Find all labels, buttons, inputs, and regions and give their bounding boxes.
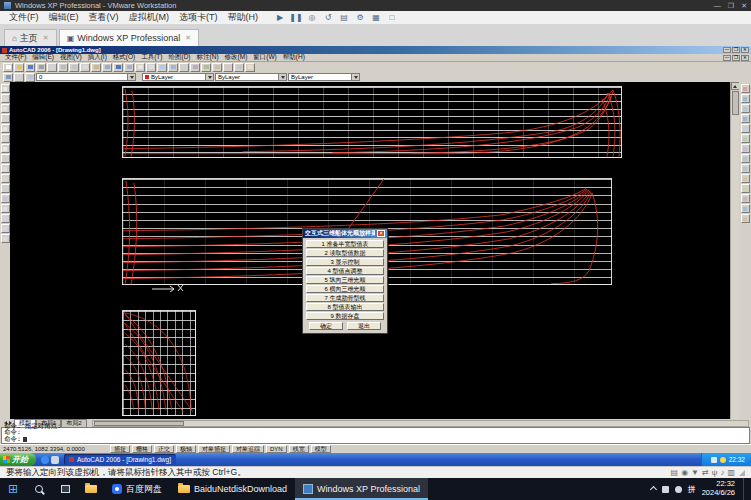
status-toggle[interactable]: 对象追踪 <box>232 445 264 453</box>
polygon-icon[interactable] <box>1 114 10 123</box>
autocad-menu-item[interactable]: 视图(V) <box>57 53 85 62</box>
vmware-menu-item[interactable]: 虚拟机(M) <box>124 11 175 24</box>
taskbar-app-vmware[interactable]: Windows XP Professional <box>295 478 428 500</box>
offset-icon[interactable] <box>741 114 750 123</box>
properties-icon[interactable] <box>179 63 189 72</box>
tab-xp[interactable]: ▣ Windows XP Professional ✕ <box>59 29 199 46</box>
tray-icon[interactable] <box>675 486 682 493</box>
chevron-down-icon[interactable] <box>278 74 286 80</box>
hidden-icons-chevron-icon[interactable] <box>650 485 657 492</box>
erase-icon[interactable] <box>741 84 750 93</box>
autocad-menu-item[interactable]: 工具(T) <box>138 53 165 62</box>
exit-button[interactable]: 退出 <box>347 322 381 330</box>
tab-close-icon[interactable]: ✕ <box>43 34 49 42</box>
sound-icon[interactable]: ♪ <box>720 469 724 477</box>
make-block-icon[interactable] <box>1 194 10 203</box>
revcloud-icon[interactable] <box>1 154 10 163</box>
chevron-down-icon[interactable] <box>205 74 213 80</box>
spline-icon[interactable] <box>1 164 10 173</box>
doc-minimize-button[interactable]: — <box>723 55 731 61</box>
match-properties-icon[interactable] <box>102 63 112 72</box>
command-prompt[interactable]: 命令: <box>4 436 747 443</box>
cut-icon[interactable] <box>69 63 79 72</box>
polyline-icon[interactable] <box>1 104 10 113</box>
dialog-button-4[interactable]: 4 型值点调整 <box>306 267 384 275</box>
sheet-set-manager-icon[interactable] <box>212 63 222 72</box>
resize-grip-icon[interactable] <box>739 470 745 476</box>
show-desktop-button[interactable] <box>743 478 747 500</box>
command-window[interactable]: 命令: 指定对角点:命令: 命令: <box>1 427 750 444</box>
extend-icon[interactable] <box>741 184 750 193</box>
move-icon[interactable] <box>741 134 750 143</box>
help-icon[interactable] <box>245 63 255 72</box>
dialog-button-6[interactable]: 6 横向三维光顺 <box>306 285 384 293</box>
scrollbar-thumb[interactable] <box>732 91 739 115</box>
ellipse-icon[interactable] <box>1 174 10 183</box>
vm-close-button[interactable]: ✕ <box>741 2 747 9</box>
markup-set-icon[interactable] <box>223 63 233 72</box>
tool-palettes-icon[interactable] <box>201 63 211 72</box>
taskbar-app-baidunetdisk[interactable]: 百度网盘 <box>104 478 170 500</box>
zoom-window-icon[interactable] <box>157 63 167 72</box>
linetype-dropdown[interactable]: ByLayer <box>215 73 287 81</box>
line-icon[interactable] <box>1 84 10 93</box>
dialog-button-1[interactable]: 1 准备半宽型值表 <box>306 240 384 248</box>
dialog-button-3[interactable]: 3 显示控制 <box>306 258 384 266</box>
pan-icon[interactable] <box>135 63 145 72</box>
clock[interactable]: 22:32 2024/6/26 <box>702 480 735 497</box>
xp-task-button[interactable]: AutoCAD 2006 - [Drawing1.dwg] <box>64 454 176 465</box>
array-icon[interactable] <box>741 124 750 133</box>
designcenter-icon[interactable] <box>190 63 200 72</box>
explode-icon[interactable] <box>741 214 750 223</box>
dialog-button-2[interactable]: 2 读取型值数据 <box>306 249 384 257</box>
show-desktop-icon[interactable] <box>51 456 59 464</box>
arc-icon[interactable] <box>1 134 10 143</box>
autocad-menu-item[interactable]: 标注(N) <box>194 53 222 62</box>
vmware-menu-item[interactable]: 编辑(E) <box>44 11 84 24</box>
color-dropdown[interactable]: ByLayer <box>142 73 214 81</box>
open-icon[interactable] <box>14 63 24 72</box>
vm-minimize-button[interactable]: — <box>714 2 721 9</box>
taskbar-app-baidunetdiskdownload[interactable]: BaiduNetdiskDownload <box>170 478 295 500</box>
rectangle-icon[interactable] <box>1 124 10 133</box>
region-icon[interactable] <box>1 224 10 233</box>
status-toggle[interactable]: 对象捕捉 <box>198 445 230 453</box>
publish-icon[interactable] <box>58 63 68 72</box>
vm-maximize-button[interactable]: ❐ <box>728 2 734 9</box>
copy-icon[interactable] <box>80 63 90 72</box>
autocad-menu-item[interactable]: 窗口(W) <box>250 53 279 62</box>
layer-previous-icon[interactable] <box>25 73 35 82</box>
drawing-canvas[interactable]: 交互式三维船体光顺放样菜单 ✕ 1 准备半宽型值表2 读取型值数据3 显示控制4… <box>10 82 730 419</box>
vmware-menu-item[interactable]: 帮助(H) <box>223 11 264 24</box>
xp-system-tray[interactable]: 22:32 <box>701 453 751 466</box>
mirror-icon[interactable] <box>741 104 750 113</box>
status-toggle[interactable]: 栅格 <box>132 445 152 453</box>
status-toggle[interactable]: 捕捉 <box>110 445 130 453</box>
autocad-menu-item[interactable]: 文件(F) <box>2 53 29 62</box>
status-toggle[interactable]: 线宽 <box>289 445 309 453</box>
paste-icon[interactable] <box>91 63 101 72</box>
floppy-icon[interactable]: ▼ <box>691 469 699 477</box>
ie-icon[interactable] <box>41 456 49 464</box>
status-toggle[interactable]: 模型 <box>311 445 331 453</box>
vmware-menu-item[interactable]: 文件(F) <box>4 11 44 24</box>
copy-object-icon[interactable] <box>741 94 750 103</box>
hatch-icon[interactable] <box>1 214 10 223</box>
tray-icon[interactable] <box>711 457 717 463</box>
qnew-icon[interactable] <box>3 63 13 72</box>
console-view-icon[interactable]: ▦ <box>369 12 383 23</box>
network-adapter-icon[interactable]: ⇄ <box>702 469 709 477</box>
status-toggle[interactable]: 正交 <box>154 445 174 453</box>
lineweight-dropdown[interactable]: ByLayer <box>288 73 360 81</box>
settings-icon[interactable]: ⚙ <box>353 12 367 23</box>
dialog-button-7[interactable]: 7 生成肋骨型线 <box>306 294 384 302</box>
autocad-menu-item[interactable]: 绘图(D) <box>166 53 194 62</box>
chevron-down-icon[interactable] <box>127 74 135 80</box>
autocad-menu-item[interactable]: 修改(M) <box>222 53 251 62</box>
autocad-menu-item[interactable]: 格式(O) <box>110 53 138 62</box>
acad-restore-button[interactable]: ❐ <box>732 47 740 53</box>
undo-icon[interactable] <box>113 63 123 72</box>
usb-icon[interactable]: ψ <box>712 469 718 477</box>
snapshot-take-icon[interactable]: ◎ <box>305 12 319 23</box>
redo-icon[interactable] <box>124 63 134 72</box>
